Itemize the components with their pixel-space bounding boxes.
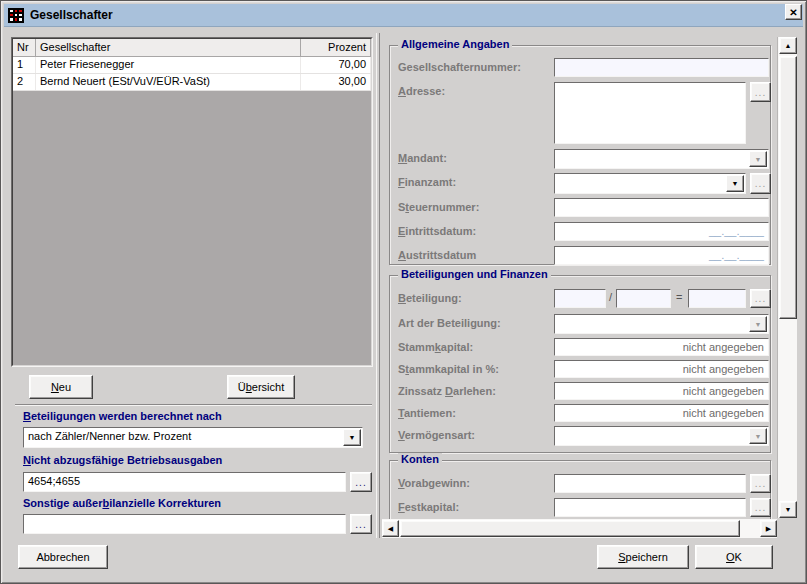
finanzamt-label: Finanzamt:	[398, 176, 456, 188]
vertical-scrollbar-thumb[interactable]	[779, 56, 797, 319]
tantiemen-label: Tantiemen:	[398, 407, 456, 419]
nonded-input[interactable]: 4654;4655	[23, 472, 346, 492]
beteiligung-label: Beteiligung:	[398, 292, 462, 304]
group-title: Beteiligungen und Finanzen	[398, 268, 551, 280]
shareholder-table[interactable]: Nr Gesellschafter Prozent 1 Peter Friese…	[11, 37, 373, 367]
zinssatz-darlehen-input[interactable]: nicht angegeben	[554, 382, 769, 400]
stammkapital-prozent-label: Stammkapital in %:	[398, 363, 499, 375]
cell-nr: 1	[13, 57, 36, 73]
column-header-nr[interactable]: Nr	[13, 39, 36, 56]
ok-button[interactable]: OK	[695, 545, 773, 569]
eintrittsdatum-label: Eintrittsdatum:	[398, 225, 476, 237]
finanzamt-browse-button[interactable]: ...	[750, 173, 771, 194]
chevron-down-icon[interactable]: ▼	[749, 316, 767, 332]
close-icon[interactable]: ✕	[785, 4, 802, 20]
beteiligung-nenner-input[interactable]	[616, 289, 671, 308]
eintrittsdatum-input[interactable]: __.__.____	[554, 222, 769, 241]
sonstige-browse-button[interactable]: ...	[350, 514, 372, 534]
festkapital-input[interactable]	[554, 498, 746, 517]
steuernummer-label: Steuernummer:	[398, 201, 479, 213]
adresse-textarea[interactable]	[554, 82, 746, 144]
abbrechen-button[interactable]: Abbrechen	[18, 545, 108, 569]
separator-line	[15, 404, 372, 406]
beteiligung-prozent-input[interactable]	[688, 289, 746, 308]
stammkapital-prozent-input[interactable]: nicht angegeben	[554, 360, 769, 378]
neu-button[interactable]: Neu	[29, 375, 93, 399]
group-title: Allgemeine Angaben	[398, 38, 512, 50]
scroll-up-icon[interactable]: ▲	[779, 37, 797, 54]
detail-panel: Allgemeine Angaben Gesellschafternummer:…	[382, 37, 777, 519]
table-body: 1 Peter Friesenegger 70,00 2 Bernd Neuer…	[13, 57, 371, 91]
finanzamt-dropdown[interactable]: ▼	[554, 173, 746, 194]
stammkapital-label: Stammkapital:	[398, 341, 473, 353]
beteiligung-browse-button[interactable]: ...	[750, 289, 771, 308]
beteiligung-zaehler-input[interactable]	[554, 289, 606, 308]
horizontal-scrollbar-thumb[interactable]	[400, 520, 740, 537]
cell-gesellschafter: Peter Friesenegger	[36, 57, 301, 73]
nonded-browse-button[interactable]: ...	[350, 472, 372, 492]
slash-separator: /	[609, 291, 612, 303]
vorabgewinn-label: Vorabgewinn:	[398, 477, 470, 489]
table-row[interactable]: 1 Peter Friesenegger 70,00	[13, 57, 371, 74]
scroll-down-icon[interactable]: ▼	[779, 501, 797, 518]
chevron-down-icon[interactable]: ▼	[749, 151, 767, 167]
art-der-beteiligung-label: Art der Beteiligung:	[398, 317, 501, 329]
steuernummer-input[interactable]	[554, 198, 769, 217]
column-header-gesellschafter[interactable]: Gesellschafter	[36, 39, 301, 56]
festkapital-label: Festkapital:	[398, 501, 459, 513]
sonstige-label: Sonstige außerbilanzielle Korrekturen	[23, 497, 221, 509]
panel-divider	[376, 33, 380, 538]
cell-nr: 2	[13, 74, 36, 90]
group-title: Konten	[398, 453, 442, 465]
checkered-app-icon	[8, 8, 24, 23]
uebersicht-button[interactable]: Übersicht	[227, 375, 295, 399]
column-header-prozent[interactable]: Prozent	[301, 39, 371, 56]
cell-prozent: 30,00	[301, 74, 371, 90]
chevron-down-icon[interactable]: ▼	[749, 428, 767, 444]
chevron-down-icon[interactable]: ▼	[343, 429, 361, 446]
art-der-beteiligung-dropdown[interactable]: ▼	[554, 314, 769, 334]
festkapital-browse-button[interactable]: ...	[750, 498, 771, 517]
vorabgewinn-input[interactable]	[554, 474, 746, 493]
zinssatz-darlehen-label: Zinssatz Darlehen:	[398, 385, 496, 397]
austrittsdatum-input[interactable]: __.__.____	[554, 246, 769, 265]
calc-method-label: Beteiligungen werden berechnet nach	[23, 410, 222, 422]
mandant-dropdown[interactable]: ▼	[554, 149, 769, 169]
calc-method-value: nach Zähler/Nenner bzw. Prozent	[28, 430, 340, 442]
speichern-button[interactable]: Speichern	[597, 545, 689, 569]
cell-prozent: 70,00	[301, 57, 371, 73]
adresse-browse-button[interactable]: ...	[750, 82, 771, 102]
window-title: Gesellschafter	[30, 8, 113, 22]
horizontal-scrollbar[interactable]: ◀ ▶	[382, 519, 777, 538]
sonstige-input[interactable]	[23, 514, 346, 534]
table-row[interactable]: 2 Bernd Neuert (ESt/VuV/EÜR-VaSt) 30,00	[13, 74, 371, 91]
stammkapital-input[interactable]: nicht angegeben	[554, 338, 769, 356]
scroll-right-icon[interactable]: ▶	[760, 520, 777, 537]
nonded-label: Nicht abzugsfähige Betriebsausgaben	[23, 454, 222, 466]
chevron-down-icon[interactable]: ▼	[726, 175, 744, 192]
gesellschafter-window: Gesellschafter ✕ Nr Gesellschafter Proze…	[0, 0, 807, 584]
table-header: Nr Gesellschafter Prozent	[13, 39, 371, 57]
vorabgewinn-browse-button[interactable]: ...	[750, 474, 771, 493]
titlebar: Gesellschafter	[4, 4, 803, 27]
mandant-label: Mandant:	[398, 152, 447, 164]
vermoegensart-label: Vermögensart:	[398, 429, 475, 441]
calc-method-dropdown[interactable]: nach Zähler/Nenner bzw. Prozent ▼	[23, 427, 363, 448]
vertical-scrollbar[interactable]: ▲ ▼	[777, 37, 797, 518]
gesellschafternummer-input[interactable]	[554, 58, 769, 77]
gesellschafternummer-label: Gesellschafternummer:	[398, 61, 521, 73]
vermoegensart-dropdown[interactable]: ▼	[554, 426, 769, 446]
scroll-left-icon[interactable]: ◀	[382, 520, 399, 537]
austrittsdatum-label: Austrittsdatum	[398, 249, 476, 261]
equals-separator: =	[676, 291, 682, 303]
cell-gesellschafter: Bernd Neuert (ESt/VuV/EÜR-VaSt)	[36, 74, 301, 90]
tantiemen-input[interactable]: nicht angegeben	[554, 404, 769, 422]
adresse-label: Adresse:	[398, 85, 445, 97]
